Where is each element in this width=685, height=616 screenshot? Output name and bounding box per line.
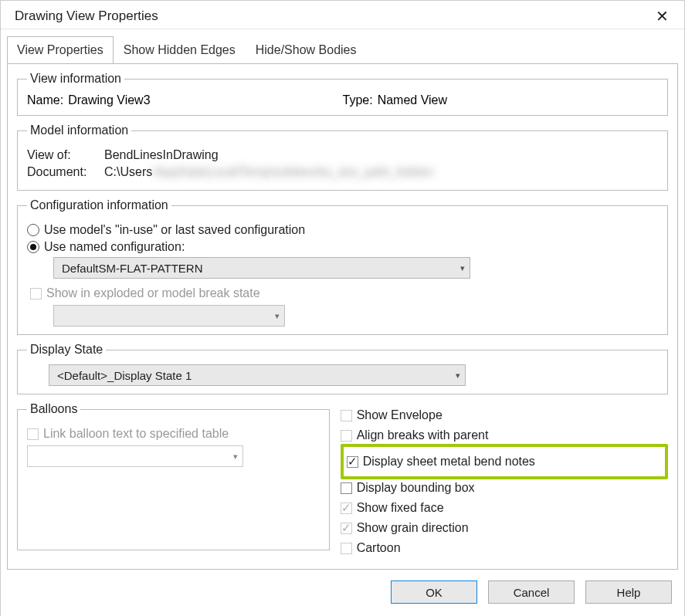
document-path-blurred: \AppData\Local\Temp\solidworks_doc_path_… xyxy=(152,165,433,178)
radio-use-named[interactable] xyxy=(27,241,39,253)
viewof-label: View of: xyxy=(27,148,104,162)
tab-view-properties[interactable]: View Properties xyxy=(7,36,114,64)
help-label: Help xyxy=(617,586,641,599)
document-label: Document: xyxy=(27,165,104,179)
name-value: Drawing View3 xyxy=(68,93,150,107)
legend-model-information: Model information xyxy=(27,124,131,137)
opt-bounding-box: Display bounding box xyxy=(341,481,668,495)
model-viewof-row: View of: BendLinesInDrawing xyxy=(27,148,658,162)
tab-show-hidden-edges[interactable]: Show Hidden Edges xyxy=(114,36,246,63)
checkbox-exploded xyxy=(30,288,42,300)
dialog-button-row: OK Cancel Help xyxy=(1,570,684,616)
radio-use-inuse[interactable] xyxy=(27,224,39,236)
configuration-combo-value: DefaultSM-FLAT-PATTERN xyxy=(62,262,203,275)
balloon-combo-value xyxy=(36,450,39,463)
close-icon[interactable]: ✕ xyxy=(651,8,673,24)
bounding-box-label: Display bounding box xyxy=(357,481,475,495)
radio-named-label: Use named configuration: xyxy=(44,240,185,254)
opt-align-breaks: Align breaks with parent xyxy=(341,428,668,442)
document-path-visible: C:\Users xyxy=(104,165,152,178)
exploded-combo: ▾ xyxy=(53,305,285,327)
radio-inuse-row: Use model's "in-use" or last saved confi… xyxy=(27,223,658,237)
exploded-combo-value xyxy=(62,310,65,323)
legend-display-state: Display State xyxy=(27,343,106,357)
checkbox-link-balloon xyxy=(27,428,39,440)
checkbox-sheet-metal-bend-notes[interactable] xyxy=(347,456,358,468)
display-state-value: <Default>_Display State 1 xyxy=(57,369,192,382)
fixed-face-label: Show fixed face xyxy=(357,501,444,515)
name-label: Name: xyxy=(27,93,63,107)
checkbox-bounding-box[interactable] xyxy=(341,482,352,494)
checkbox-show-envelope xyxy=(341,410,352,421)
exploded-label: Show in exploded or model break state xyxy=(46,286,260,300)
type-value: Named View xyxy=(378,93,447,107)
checkbox-cartoon xyxy=(341,543,352,554)
ok-button[interactable]: OK xyxy=(391,580,477,604)
chevron-down-icon: ▾ xyxy=(233,452,238,462)
balloon-combo-wrap: ▾ xyxy=(27,445,243,467)
exploded-row: Show in exploded or model break state xyxy=(30,286,658,300)
opt-grain: Show grain direction xyxy=(341,521,668,535)
type-label: Type: xyxy=(343,93,373,107)
opt-sheet-metal: Display sheet metal bend notes xyxy=(347,455,662,469)
tab-label: Show Hidden Edges xyxy=(124,43,236,56)
display-state-combo-wrap: <Default>_Display State 1 ▾ xyxy=(49,364,466,386)
show-envelope-label: Show Envelope xyxy=(357,408,443,422)
config-combo-wrap: DefaultSM-FLAT-PATTERN ▾ xyxy=(53,257,470,279)
grain-label: Show grain direction xyxy=(357,521,469,535)
tab-hide-show-bodies[interactable]: Hide/Show Bodies xyxy=(246,36,367,63)
view-type-col: Type: Named View xyxy=(343,93,659,107)
group-configuration-information: Configuration information Use model's "i… xyxy=(17,198,668,335)
link-balloon-label: Link balloon text to specified table xyxy=(43,427,229,441)
dialog-window: Drawing View Properties ✕ View Propertie… xyxy=(0,0,685,616)
configuration-combo[interactable]: DefaultSM-FLAT-PATTERN ▾ xyxy=(53,257,470,279)
display-state-combo[interactable]: <Default>_Display State 1 ▾ xyxy=(49,364,466,386)
highlighted-option: Display sheet metal bend notes xyxy=(341,444,668,479)
sheet-metal-label: Display sheet metal bend notes xyxy=(363,455,535,469)
checkbox-fixed-face xyxy=(341,503,352,514)
tab-label: Hide/Show Bodies xyxy=(256,43,357,56)
opt-fixed-face: Show fixed face xyxy=(341,501,668,515)
chevron-down-icon: ▾ xyxy=(460,263,465,273)
balloon-table-combo: ▾ xyxy=(27,445,243,467)
model-document-row: Document: C:\Users\AppData\Local\Temp\so… xyxy=(27,165,658,179)
window-title: Drawing View Properties xyxy=(15,8,158,24)
group-display-state: Display State <Default>_Display State 1 … xyxy=(17,343,668,394)
title-bar: Drawing View Properties ✕ xyxy=(1,1,684,29)
cancel-label: Cancel xyxy=(514,586,550,599)
chevron-down-icon: ▾ xyxy=(456,371,460,381)
help-button[interactable]: Help xyxy=(585,580,672,604)
opt-cartoon: Cartoon xyxy=(341,541,668,555)
radio-named-row: Use named configuration: xyxy=(27,240,658,254)
legend-balloons: Balloons xyxy=(27,402,80,416)
checkbox-align-breaks xyxy=(341,430,352,442)
tab-label: View Properties xyxy=(17,43,103,56)
cancel-button[interactable]: Cancel xyxy=(488,580,575,604)
group-model-information: Model information View of: BendLinesInDr… xyxy=(17,124,668,191)
opt-show-envelope: Show Envelope xyxy=(341,408,668,422)
tab-bar: View Properties Show Hidden Edges Hide/S… xyxy=(1,29,684,63)
dialog-body: View Properties Show Hidden Edges Hide/S… xyxy=(1,29,684,616)
cartoon-label: Cartoon xyxy=(357,541,401,555)
exploded-combo-wrap: ▾ xyxy=(53,305,285,327)
legend-configuration-information: Configuration information xyxy=(27,198,171,212)
radio-inuse-label: Use model's "in-use" or last saved confi… xyxy=(44,223,305,237)
group-balloons: Balloons Link balloon text to specified … xyxy=(17,402,330,550)
chevron-down-icon: ▾ xyxy=(275,311,280,321)
link-balloon-row: Link balloon text to specified table xyxy=(27,427,320,441)
legend-view-information: View information xyxy=(27,72,124,86)
group-view-information: View information Name: Drawing View3 Typ… xyxy=(17,72,668,116)
display-options: Show Envelope Align breaks with parent D… xyxy=(341,402,668,558)
view-name-col: Name: Drawing View3 xyxy=(27,93,343,107)
ok-label: OK xyxy=(426,586,443,599)
bottom-columns: Balloons Link balloon text to specified … xyxy=(17,402,668,558)
document-value: C:\Users\AppData\Local\Temp\solidworks_d… xyxy=(104,165,433,179)
view-info-row: Name: Drawing View3 Type: Named View xyxy=(27,93,658,107)
viewof-value: BendLinesInDrawing xyxy=(104,148,219,162)
align-breaks-label: Align breaks with parent xyxy=(357,428,489,442)
tab-page-view-properties: View information Name: Drawing View3 Typ… xyxy=(7,63,678,570)
checkbox-grain-direction xyxy=(341,523,352,534)
